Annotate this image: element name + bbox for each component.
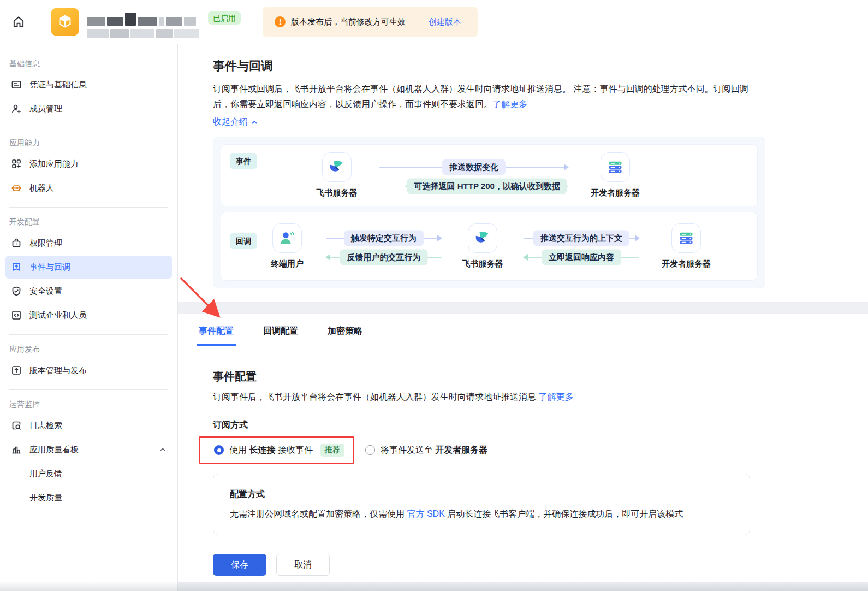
- sidebar-item-label: 测试企业和人员: [29, 310, 87, 321]
- option-text: 接收事件: [275, 445, 312, 454]
- create-version-link[interactable]: 创建版本: [429, 17, 461, 27]
- back-arrow: 可选择返回 HTTP 200，以确认收到数据: [406, 186, 568, 187]
- sidebar-section-release: 应用发布: [9, 345, 177, 354]
- tab-callback-config[interactable]: 回调配置: [261, 319, 300, 346]
- radio-selected-icon[interactable]: [214, 445, 224, 455]
- sidebar-item-events-callbacks[interactable]: 事件与回调: [5, 256, 172, 279]
- sidebar-section-capabilities: 应用能力: [9, 138, 177, 148]
- tab-encryption-policy[interactable]: 加密策略: [325, 319, 365, 346]
- back-arrow: 反馈用户的交互行为: [326, 257, 442, 258]
- version-banner: 版本发布后，当前修改方可生效 创建版本: [263, 7, 478, 37]
- sidebar-item-log-search[interactable]: 日志检索: [5, 414, 172, 437]
- sidebar-section-basic-info: 基础信息: [9, 59, 177, 69]
- sidebar-item-label: 用户反馈: [29, 469, 62, 479]
- event-arrows: 推送数据变化 可选择返回 HTTP 200，以确认收到数据: [371, 152, 577, 187]
- app-meta: 已启用: [87, 6, 241, 38]
- sidebar-item-label: 凭证与基础信息: [29, 80, 87, 90]
- event-badge: 事件: [230, 153, 257, 169]
- option-text-bold: 开发者服务器: [435, 445, 487, 454]
- code-square-icon: [11, 310, 22, 321]
- page-title: 事件与回调: [213, 58, 868, 74]
- cancel-button[interactable]: 取消: [276, 554, 330, 576]
- sidebar-item-label: 日志检索: [29, 421, 62, 431]
- option-text: 使用: [229, 445, 249, 454]
- recommended-badge: 推荐: [320, 444, 344, 457]
- sidebar-item-permissions[interactable]: 权限管理: [5, 232, 172, 255]
- sidebar-item-version-release[interactable]: 版本管理与发布: [5, 359, 172, 382]
- bar-chart-icon: [11, 444, 22, 455]
- learn-more-link[interactable]: 了解更多: [492, 99, 527, 109]
- app-logo: [51, 8, 79, 36]
- sidebar-item-label: 成员管理: [29, 104, 62, 114]
- sidebar-item-label: 机器人: [29, 183, 54, 193]
- sidebar-item-dev-quality[interactable]: 开发质量: [5, 486, 172, 509]
- option-label: 使用 长连接 接收事件: [229, 445, 313, 456]
- cube-icon: [56, 13, 74, 31]
- sidebar-item-members[interactable]: 成员管理: [5, 97, 172, 120]
- event-config-section: 事件配置 订阅事件后，飞书开放平台将会在事件（如机器人入群）发生时向请求地址推送…: [178, 346, 868, 576]
- arrow-label: 推送数据变化: [442, 159, 506, 175]
- config-method-box: 配置方式 无需注册公网域名或配置加密策略，仅需使用 官方 SDK 启动长连接飞书…: [213, 474, 750, 535]
- redacted-line-1: [87, 13, 199, 26]
- save-button[interactable]: 保存: [213, 554, 266, 576]
- feishu-server-node: 飞书服务器: [450, 223, 515, 269]
- radio-unselected-icon[interactable]: [365, 445, 375, 455]
- description-text: 订阅事件后，飞书开放平台将会在事件（如机器人入群）发生时向请求地址推送消息: [213, 392, 538, 401]
- config-text: 无需注册公网域名或配置加密策略，仅需使用: [230, 509, 407, 518]
- collapse-intro-link[interactable]: 收起介绍: [213, 116, 258, 128]
- sidebar-item-add-capability[interactable]: 添加应用能力: [5, 152, 172, 175]
- sidebar-item-security[interactable]: 安全设置: [5, 280, 172, 303]
- feishu-logo-icon: [468, 223, 497, 253]
- chevron-up-icon[interactable]: [159, 446, 167, 453]
- option-long-connection[interactable]: 使用 长连接 接收事件 推荐: [199, 436, 354, 464]
- end-user-icon: [272, 223, 302, 253]
- option-text-bold: 长连接: [249, 445, 275, 454]
- banner-text: 版本发布后，当前修改方可生效: [291, 17, 406, 27]
- config-panel: 事件配置 回调配置 加密策略 事件配置 订阅事件后，飞书开放平台将会在事件（如机…: [178, 314, 868, 582]
- sidebar-item-quality-dashboard[interactable]: 应用质量看板: [5, 438, 172, 461]
- home-button[interactable]: [8, 11, 29, 33]
- sidebar-item-label: 事件与回调: [29, 262, 70, 273]
- forward-arrow: 推送交互行为的上下文: [524, 238, 639, 239]
- sidebar-divider: [9, 389, 168, 390]
- sidebar-divider: [9, 128, 168, 128]
- config-tabs: 事件配置 回调配置 加密策略: [178, 314, 868, 346]
- option-send-to-server[interactable]: 将事件发送至 开发者服务器: [365, 445, 487, 456]
- sidebar-item-bot[interactable]: 机器人: [5, 176, 172, 199]
- robot-icon: [11, 182, 22, 193]
- sidebar-item-user-feedback[interactable]: 用户反馈: [5, 462, 172, 485]
- end-user-node: 终端用户: [257, 223, 317, 269]
- sidebar-item-test-org[interactable]: 测试企业和人员: [5, 304, 172, 327]
- arrow-label: 立即返回响应内容: [542, 250, 621, 265]
- sidebar: 基础信息 凭证与基础信息 成员管理 应用能力 添加应用能力 机器人 开发配置 权…: [0, 44, 178, 591]
- official-sdk-link[interactable]: 官方 SDK: [407, 509, 444, 518]
- topbar-divider: [43, 14, 43, 30]
- learn-more-link[interactable]: 了解更多: [538, 392, 573, 401]
- event-callback-diagram: 事件 飞书服务器 推送数据变化 可选择返回 HTTP 200，以确认收到数据: [213, 137, 765, 288]
- tab-event-config[interactable]: 事件配置: [197, 319, 236, 346]
- subscription-options: 使用 长连接 接收事件 推荐 将事件发送至 开发者服务器: [213, 436, 833, 464]
- forward-arrow: 触发特定交互行为: [326, 238, 442, 239]
- node-label: 飞书服务器: [462, 259, 503, 269]
- id-card-icon: [11, 79, 22, 90]
- node-label: 飞书服务器: [317, 188, 358, 198]
- arrow-label: 反馈用户的交互行为: [340, 250, 428, 265]
- redacted-line-2: [87, 29, 199, 38]
- sidebar-item-credentials[interactable]: 凭证与基础信息: [5, 73, 172, 96]
- sidebar-divider: [9, 207, 168, 208]
- arrow-label: 推送交互行为的上下文: [533, 231, 629, 246]
- sidebar-section-dev-config: 开发配置: [9, 217, 177, 227]
- collapse-label: 收起介绍: [213, 116, 248, 128]
- callback-badge: 回调: [230, 233, 257, 249]
- back-arrow: 立即返回响应内容: [524, 257, 639, 258]
- bottom-fade: [0, 581, 868, 591]
- section-title: 事件配置: [213, 369, 833, 384]
- server-icon: [671, 223, 701, 253]
- node-label: 开发者服务器: [591, 188, 640, 198]
- sidebar-item-label: 版本管理与发布: [29, 365, 87, 376]
- topbar: 已启用 版本发布后，当前修改方可生效 创建版本: [0, 0, 868, 44]
- sidebar-item-label: 权限管理: [29, 238, 62, 249]
- option-text: 将事件发送至: [381, 445, 435, 454]
- forward-arrow: 推送数据变化: [379, 167, 568, 168]
- page-description: 订阅事件或回调后，飞书开放平台将会在事件（如机器人入群）发生时向请求地址推送消息…: [213, 81, 754, 112]
